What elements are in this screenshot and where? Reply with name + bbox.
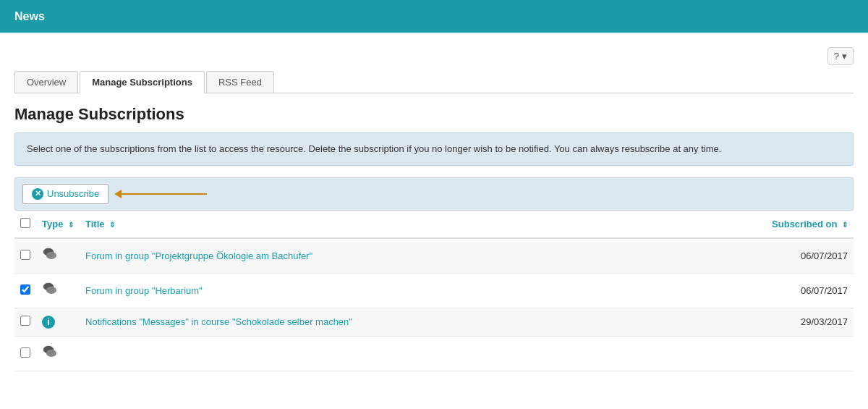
- subscribed-on-sort-icon: ⇕: [842, 221, 848, 229]
- forum-type-icon: [42, 348, 58, 363]
- tab-bar: Overview Manage Subscriptions RSS Feed: [14, 71, 854, 93]
- tab-rss-feed[interactable]: RSS Feed: [206, 71, 274, 93]
- col-title-header[interactable]: Title ⇕: [80, 211, 668, 238]
- unsubscribe-icon: ✕: [32, 188, 43, 200]
- info-text: Select one of the subscriptions from the…: [27, 143, 721, 154]
- row-subscribed-on: [668, 336, 854, 371]
- table-body: Forum in group "Projektgruppe Ökologie a…: [14, 238, 854, 371]
- header: News: [0, 0, 868, 33]
- row-subscribed-on: 06/07/2017: [668, 238, 854, 274]
- row-title-link[interactable]: Notifications "Messages" in course "Scho…: [85, 316, 352, 327]
- row-checkbox[interactable]: [20, 347, 30, 358]
- unsubscribe-label: Unsubscribe: [47, 188, 99, 199]
- row-checkbox[interactable]: [20, 250, 30, 260]
- toolbar: ✕ Unsubscribe: [14, 177, 854, 211]
- row-subscribed-on: 29/03/2017: [668, 308, 854, 336]
- col-checkbox: [14, 211, 36, 238]
- content-area: ? ▾ Overview Manage Subscriptions RSS Fe…: [0, 33, 868, 386]
- row-type: [36, 238, 80, 274]
- subscriptions-table: Type ⇕ Title ⇕ Subscribed on ⇕: [14, 211, 854, 371]
- info-box: Select one of the subscriptions from the…: [14, 132, 854, 166]
- table-row: iNotifications "Messages" in course "Sch…: [14, 308, 854, 336]
- help-button[interactable]: ? ▾: [827, 47, 854, 65]
- row-checkbox[interactable]: [20, 316, 30, 326]
- table-row: Forum in group "Projektgruppe Ökologie a…: [14, 238, 854, 274]
- row-title: Forum in group "Projektgruppe Ökologie a…: [80, 238, 668, 274]
- forum-type-icon: [42, 250, 58, 265]
- header-title: News: [14, 10, 45, 23]
- row-type: i: [36, 308, 80, 336]
- row-subscribed-on: 06/07/2017: [668, 273, 854, 308]
- forum-type-icon: [42, 285, 58, 300]
- tab-manage-subscriptions[interactable]: Manage Subscriptions: [80, 71, 205, 93]
- tab-overview[interactable]: Overview: [14, 71, 78, 93]
- table-row: Forum in group "Herbarium"06/07/2017: [14, 273, 854, 308]
- title-sort-icon: ⇕: [109, 221, 115, 229]
- help-dropdown-icon: ▾: [842, 51, 847, 62]
- type-sort-icon: ⇕: [68, 221, 74, 229]
- row-title-link[interactable]: Forum in group "Herbarium": [85, 285, 203, 296]
- row-type: [36, 273, 80, 308]
- help-row: ? ▾: [14, 40, 854, 71]
- help-icon: ?: [834, 51, 839, 62]
- select-all-checkbox[interactable]: [20, 218, 30, 228]
- row-title: Notifications "Messages" in course "Scho…: [80, 308, 668, 336]
- row-title-link[interactable]: Forum in group "Projektgruppe Ökologie a…: [85, 250, 312, 261]
- row-type: [36, 336, 80, 371]
- row-title: [80, 336, 668, 371]
- arrow-line: [120, 193, 207, 195]
- table-row: [14, 336, 854, 371]
- page-title: Manage Subscriptions: [14, 105, 854, 124]
- table-header-row: Type ⇕ Title ⇕ Subscribed on ⇕: [14, 211, 854, 238]
- row-title: Forum in group "Herbarium": [80, 273, 668, 308]
- arrow-indicator: [120, 193, 207, 195]
- col-type-header[interactable]: Type ⇕: [36, 211, 80, 238]
- info-type-icon: i: [42, 316, 55, 329]
- row-checkbox[interactable]: [20, 284, 30, 295]
- col-subscribed-on-header[interactable]: Subscribed on ⇕: [668, 211, 854, 238]
- unsubscribe-button[interactable]: ✕ Unsubscribe: [22, 184, 109, 204]
